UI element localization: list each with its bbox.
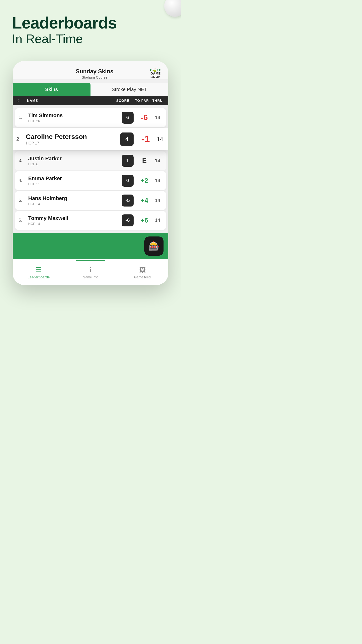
- app-title: Sunday Skins: [39, 68, 150, 75]
- app-header: Sunday Skins Stadium Course G⛳LF GAME BO…: [13, 61, 168, 79]
- col-topar: TO PAR: [132, 99, 152, 102]
- player-6-thru: 14: [153, 218, 162, 223]
- game-info-label: Game info: [83, 275, 98, 279]
- player-1-hcp: HCP 26: [28, 119, 122, 123]
- rank-6: 6.: [19, 218, 28, 223]
- table-row: 3. Justin Parker HCP 6 1 E 14: [15, 152, 166, 170]
- col-thru: THRU: [152, 99, 164, 102]
- nav-game-feed[interactable]: 🖼 Game feed: [116, 266, 168, 279]
- table-header: # NAME SCORE TO PAR THRU: [13, 96, 168, 105]
- player-1-thru: 14: [153, 115, 162, 120]
- player-4-info: Emma Parker HCP 11: [28, 176, 122, 186]
- player-3-topar: E: [136, 157, 153, 164]
- player-5-name: Hans Holmberg: [28, 195, 122, 202]
- col-rank: #: [17, 98, 27, 103]
- player-1-name: Tim Simmons: [28, 112, 122, 118]
- chips-icon: 🎰: [149, 241, 159, 251]
- rank-5: 5.: [19, 198, 28, 203]
- logo-golf: G⛳LF: [150, 68, 161, 72]
- player-2-score: 4: [120, 132, 134, 146]
- nav-leaderboards[interactable]: ☰ Leaderboards: [13, 266, 65, 279]
- green-footer: 🎰: [13, 233, 168, 259]
- progress-indicator: [76, 260, 105, 261]
- player-5-score: -5: [122, 194, 134, 206]
- logo-game: GAME: [151, 72, 161, 75]
- app-title-block: Sunday Skins Stadium Course: [39, 68, 150, 79]
- game-feed-icon: 🖼: [139, 266, 146, 274]
- player-2-info: Caroline Petersson HCP 17: [26, 133, 120, 146]
- player-5-hcp: HCP 14: [28, 202, 122, 206]
- player-5-info: Hans Holmberg HCP 14: [28, 195, 122, 206]
- table-row: 4. Emma Parker HCP 11 0 +2 14: [15, 171, 166, 190]
- player-2-hcp: HCP 17: [26, 141, 120, 146]
- player-3-info: Justin Parker HCP 6: [28, 156, 122, 166]
- player-2-name: Caroline Petersson: [26, 133, 120, 141]
- app-subtitle: Stadium Course: [39, 75, 150, 79]
- player-3-hcp: HCP 6: [28, 162, 122, 166]
- player-4-name: Emma Parker: [28, 176, 122, 182]
- player-5-topar: +4: [136, 197, 153, 204]
- logo-book: BOOK: [151, 75, 161, 78]
- tab-skins[interactable]: Skins: [13, 83, 90, 96]
- player-1-score: 6: [122, 112, 134, 124]
- player-3-name: Justin Parker: [28, 156, 122, 162]
- player-1-topar: -6: [136, 113, 153, 122]
- player-4-thru: 14: [153, 178, 162, 183]
- player-4-hcp: HCP 11: [28, 182, 122, 186]
- rank-3: 3.: [19, 158, 28, 163]
- player-3-score: 1: [122, 155, 134, 167]
- player-2-thru: 14: [155, 136, 165, 142]
- header-section: Leaderboards In Real-Time: [0, 0, 181, 54]
- game-feed-label: Game feed: [134, 275, 151, 279]
- player-6-name: Tommy Maxwell: [28, 215, 122, 222]
- table-row: 2. Caroline Petersson HCP 17 4 -1 14: [13, 128, 168, 150]
- col-score: SCORE: [113, 99, 132, 102]
- sub-title: In Real-Time: [12, 32, 169, 46]
- game-info-icon: ℹ: [89, 266, 92, 274]
- rank-1: 1.: [19, 115, 28, 120]
- player-6-hcp: HCP 14: [28, 222, 122, 226]
- tabs-row: Skins Stroke Play NET: [13, 83, 168, 96]
- leaderboard-area: 1. Tim Simmons HCP 26 6 -6 14 2. Carolin…: [13, 105, 168, 233]
- col-name: NAME: [27, 99, 113, 102]
- bottom-nav: ☰ Leaderboards ℹ Game info 🖼 Game feed: [13, 262, 168, 285]
- table-row: 1. Tim Simmons HCP 26 6 -6 14: [15, 108, 166, 127]
- player-4-score: 0: [122, 175, 134, 187]
- player-6-topar: +6: [136, 216, 153, 224]
- player-1-info: Tim Simmons HCP 26: [28, 112, 122, 123]
- leaderboards-label: Leaderboards: [27, 275, 50, 279]
- nav-game-info[interactable]: ℹ Game info: [65, 266, 117, 279]
- table-row: 6. Tommy Maxwell HCP 14 -6 +6 14: [15, 211, 166, 230]
- tab-stroke-play[interactable]: Stroke Play NET: [90, 83, 168, 96]
- player-6-info: Tommy Maxwell HCP 14: [28, 215, 122, 226]
- rank-2: 2.: [16, 136, 26, 142]
- player-6-score: -6: [122, 214, 134, 226]
- chips-icon-badge: 🎰: [144, 236, 164, 256]
- main-title: Leaderboards: [12, 14, 169, 32]
- phone-mockup: Sunday Skins Stadium Course G⛳LF GAME BO…: [13, 61, 168, 285]
- ggb-logo: G⛳LF GAME BOOK: [150, 68, 161, 79]
- player-3-thru: 14: [153, 158, 162, 164]
- rank-4: 4.: [19, 178, 28, 183]
- player-5-thru: 14: [153, 198, 162, 203]
- player-4-topar: +2: [136, 177, 153, 184]
- table-row: 5. Hans Holmberg HCP 14 -5 +4 14: [15, 191, 166, 210]
- leaderboards-icon: ☰: [36, 266, 42, 274]
- progress-bar-row: [13, 259, 168, 262]
- player-2-topar: -1: [136, 134, 155, 144]
